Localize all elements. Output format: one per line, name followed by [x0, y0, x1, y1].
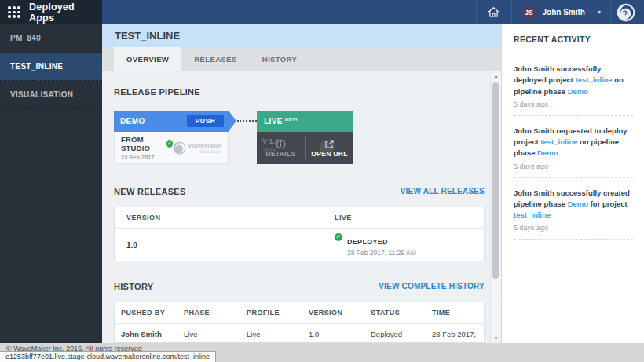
app-title: Deployed Apps	[29, 2, 102, 24]
activity-item: John Smith successfully created pipeline…	[514, 185, 633, 240]
activity-item: John Smith requested to deploy project t…	[514, 123, 633, 178]
demo-cloud-logo: WaveMaker Demo Cloud	[173, 141, 221, 155]
history-table-header: PUSHED BY PHASE PROFILE VERSION STATUS T…	[115, 302, 484, 324]
history-table: PUSHED BY PHASE PROFILE VERSION STATUS T…	[114, 302, 485, 343]
chevron-down-icon: ▾	[598, 9, 601, 16]
pipeline-phase-live-card: LIVE BETA V 1.0 28 Fe DETAILS	[257, 111, 353, 164]
live-version: V 1.0	[262, 137, 279, 145]
col-version: VERSION	[115, 214, 335, 221]
sidebar-item-visualisation[interactable]: VISUALISATION	[0, 81, 102, 109]
pipeline-phase-demo-card: DEMO PUSH FROM STUDIO ✓ 23 Feb 2017	[114, 111, 229, 164]
col-phase: PHASE	[177, 309, 240, 316]
app-brand: Deployed Apps	[0, 0, 102, 24]
history-version: 1.0	[302, 330, 364, 338]
topbar-right: JS John Smith ▾	[102, 0, 644, 24]
col-pushed-by: PUSHED BY	[115, 309, 177, 316]
pipeline-arrow	[229, 111, 236, 131]
sidebar: PM_840 TEST_INLINE VISUALISATION	[0, 24, 102, 343]
col-profile: PROFILE	[240, 309, 302, 316]
col-version: VERSION	[302, 309, 364, 316]
live-card-header: LIVE BETA	[257, 111, 353, 132]
col-time: TIME	[426, 309, 484, 316]
from-studio-label: FROM STUDIO	[121, 135, 163, 152]
push-button[interactable]: PUSH	[187, 115, 224, 127]
phase-link[interactable]: Demo	[568, 199, 588, 208]
project-link[interactable]: test_inline	[514, 210, 551, 219]
recent-activity-panel: RECENT ACTIVITY John Smith successfully …	[501, 24, 644, 343]
history-time: 28 Feb 2017,	[426, 330, 484, 338]
project-link[interactable]: test_inline	[576, 75, 613, 84]
recent-activity-heading: RECENT ACTIVITY	[514, 35, 633, 44]
home-icon	[487, 5, 500, 19]
history-heading: HISTORY	[114, 282, 153, 291]
view-all-releases-link[interactable]: VIEW ALL RELEASES	[401, 187, 485, 196]
activity-text: for project	[588, 199, 628, 208]
pipeline-connector	[237, 120, 257, 122]
home-button[interactable]	[477, 0, 511, 24]
scroll-down-icon[interactable]: ▼	[491, 336, 501, 341]
content-scrollbar[interactable]: ▲ ▼	[490, 71, 500, 343]
phase-link[interactable]: Demo	[537, 148, 558, 157]
release-pipeline-heading: RELEASE PIPELINE	[114, 87, 200, 97]
release-version: 1.0	[115, 241, 335, 250]
apps-grid-icon[interactable]	[8, 6, 20, 18]
sidebar-item-test-inline[interactable]: TEST_INLINE	[0, 53, 102, 81]
tab-history[interactable]: HISTORY	[250, 47, 310, 71]
activity-time: 5 days ago	[514, 101, 633, 108]
avatar: JS	[521, 5, 537, 20]
view-complete-history-link[interactable]: VIEW COMPLETE HISTORY	[379, 282, 485, 291]
phase-link[interactable]: Demo	[568, 87, 588, 96]
activity-time: 5 days ago	[514, 224, 633, 232]
ghost-wave-icon	[319, 140, 335, 155]
new-releases-heading: NEW RELEASES	[114, 187, 186, 196]
history-phase: Live	[177, 330, 240, 338]
deployed-check-icon: ✓	[335, 233, 342, 241]
success-check-icon: ✓	[166, 140, 173, 148]
project-link[interactable]: test_inline	[540, 137, 577, 146]
scrollbar-thumb[interactable]	[492, 82, 499, 279]
demo-card-body: FROM STUDIO ✓ 23 Feb 2017 WaveMaker Demo…	[114, 132, 229, 164]
demo-card-header: DEMO PUSH	[114, 111, 229, 132]
beta-badge: BETA	[285, 117, 298, 122]
live-card-body: V 1.0 28 Fe DETAILS OPEN U	[257, 132, 353, 164]
sidebar-item-pm-840[interactable]: PM_840	[0, 24, 102, 53]
logo-name: WaveMaker	[188, 142, 221, 149]
col-live: LIVE	[335, 214, 484, 221]
releases-table-header: VERSION LIVE	[115, 207, 484, 229]
wave-logo-icon	[617, 3, 635, 22]
activity-divider	[502, 53, 644, 53]
table-row[interactable]: 1.0 ✓ DEPLOYED 28 Feb 2017, 11:29 AM	[115, 229, 484, 261]
live-date: 28 Fe	[262, 148, 279, 153]
new-releases-table: VERSION LIVE 1.0 ✓ DEPLOYED 28 Feb 2017,…	[114, 207, 485, 261]
activity-item: John Smith successfully deployed project…	[514, 61, 633, 116]
deploy-status: DEPLOYED	[347, 238, 388, 246]
logo-subtext: Demo Cloud	[188, 149, 221, 154]
demo-phase-label: DEMO	[120, 117, 145, 126]
live-phase-label: LIVE	[264, 117, 283, 126]
tab-releases[interactable]: RELEASES	[181, 47, 249, 71]
live-version-info: V 1.0 28 Fe	[262, 137, 279, 153]
overview-content: RELEASE PIPELINE DEMO PUSH FROM STUDIO ✓…	[102, 71, 501, 343]
col-status: STATUS	[364, 309, 426, 316]
user-menu[interactable]: JS John Smith ▾	[512, 0, 610, 24]
wavemaker-logo[interactable]	[611, 0, 641, 24]
history-pushed-by: John Smith	[115, 330, 177, 338]
wave-swirl-icon	[173, 141, 186, 155]
main-area: TEST_INLINE OVERVIEW RELEASES HISTORY RE…	[102, 24, 501, 343]
page-title-bar: TEST_INLINE	[102, 24, 501, 47]
status-bar-url: e1253bff77e01.live.stage-cloud.wavemaker…	[0, 351, 216, 362]
user-name: John Smith	[543, 8, 585, 16]
activity-time: 5 days ago	[514, 163, 633, 170]
page-title: TEST_INLINE	[115, 30, 180, 42]
tab-bar: OVERVIEW RELEASES HISTORY	[102, 47, 501, 71]
scroll-up-icon[interactable]: ▲	[491, 74, 501, 79]
top-bar: Deployed Apps JS John Smith ▾	[0, 0, 644, 24]
tab-overview[interactable]: OVERVIEW	[114, 47, 181, 71]
history-status: Deployed	[364, 330, 426, 338]
history-profile-link[interactable]: Live	[240, 330, 302, 338]
demo-deploy-date: 23 Feb 2017	[121, 154, 173, 161]
deploy-time: 28 Feb 2017, 11:29 AM	[347, 249, 416, 257]
table-row[interactable]: John Smith Live Live 1.0 Deployed 28 Feb…	[115, 324, 484, 343]
